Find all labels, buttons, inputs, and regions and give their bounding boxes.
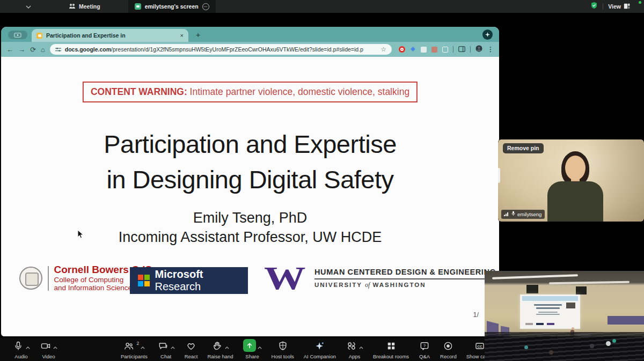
sparkle-icon bbox=[314, 340, 326, 352]
projection-screen bbox=[520, 294, 580, 329]
toolbar-item-video-label: Video bbox=[42, 353, 55, 359]
toolbar-item-share-label: Share bbox=[245, 353, 259, 359]
toolbar-item-breakout-rooms[interactable]: Breakout rooms bbox=[373, 340, 409, 359]
chevron-up-icon[interactable] bbox=[26, 342, 30, 351]
toolbar-item-host-tools[interactable]: Host tools bbox=[272, 340, 294, 359]
participant-name-tag: emilytseng bbox=[501, 210, 545, 219]
shared-browser-window: Participation and Expertise in × + ← → ⟳… bbox=[1, 27, 499, 336]
mouse-cursor bbox=[77, 230, 84, 241]
mic-icon bbox=[12, 340, 24, 352]
security-shield-icon[interactable] bbox=[590, 2, 598, 11]
apps-icon bbox=[346, 340, 357, 352]
chevron-up-icon[interactable] bbox=[225, 342, 229, 351]
browser-tab-title: Participation and Expertise in bbox=[46, 32, 177, 39]
url-text: docs.google.com/presentation/d/1gX2fN5sm… bbox=[65, 46, 377, 53]
toolbar-item-apps-label: Apps bbox=[349, 353, 361, 359]
browser-tab-strip: Participation and Expertise in × + bbox=[1, 27, 499, 42]
new-tab-button[interactable]: + bbox=[196, 31, 200, 39]
toolbar-item-react[interactable]: React bbox=[185, 340, 198, 359]
extension-doc-icon[interactable] bbox=[421, 47, 427, 53]
divider bbox=[470, 46, 471, 53]
mic-muted-icon bbox=[511, 211, 515, 217]
toolbar-item-host-tools-label: Host tools bbox=[272, 353, 294, 359]
content-warning-label: CONTENT WARNING: bbox=[91, 86, 187, 97]
logo-row: Cornell Bowers C·IS College of Computing… bbox=[1, 263, 499, 296]
toolbar-item-audio[interactable]: Audio bbox=[12, 340, 30, 359]
room-camera-video[interactable] bbox=[485, 271, 644, 361]
extension-rose-icon[interactable] bbox=[431, 47, 437, 53]
google-slides-favicon bbox=[36, 33, 42, 39]
pinned-video-emilytseng[interactable]: Remove pin emilytseng bbox=[498, 138, 644, 223]
toolbar-item-audio-label: Audio bbox=[14, 353, 27, 359]
grid-icon bbox=[385, 340, 397, 352]
toolbar-item-ai-companion[interactable]: AI Companion bbox=[304, 340, 336, 359]
divider bbox=[314, 278, 496, 279]
extensions-puzzle-icon[interactable] bbox=[442, 47, 448, 53]
question-bubble-icon: ? bbox=[419, 340, 430, 352]
toolbar-item-record-label: Record bbox=[440, 353, 457, 359]
chevron-up-icon[interactable] bbox=[53, 342, 57, 351]
browser-tab-active[interactable]: Participation and Expertise in × bbox=[32, 29, 188, 42]
chevron-down-icon[interactable] bbox=[26, 4, 31, 10]
shield-icon bbox=[277, 340, 289, 352]
extension-blue-icon[interactable] bbox=[410, 45, 416, 54]
uw-hcde-logo: W HUMAN CENTERED DESIGN & ENGINEERING UN… bbox=[264, 263, 496, 293]
camera-active-indicator bbox=[639, 1, 641, 4]
chevron-up-icon[interactable] bbox=[141, 342, 145, 351]
toolbar-item-participants[interactable]: 2 Participants bbox=[121, 340, 148, 359]
participants-icon bbox=[123, 340, 135, 352]
divider bbox=[48, 266, 49, 291]
toolbar-item-video[interactable]: Video bbox=[40, 340, 57, 359]
browser-menu-icon[interactable]: ⋮ bbox=[487, 46, 494, 53]
tab-overview-icon[interactable] bbox=[8, 31, 27, 39]
tab-search-button[interactable] bbox=[482, 30, 493, 40]
toolbar-item-chat-label: Chat bbox=[160, 353, 171, 359]
chevron-up-icon[interactable] bbox=[171, 342, 175, 351]
view-button[interactable]: View bbox=[608, 3, 630, 10]
slide-author: Emily Tseng, PhD Incoming Assistant Prof… bbox=[1, 208, 499, 247]
panel-drag-handle[interactable] bbox=[498, 168, 500, 183]
author-affiliation: Incoming Assistant Professor, UW HCDE bbox=[1, 227, 499, 247]
browser-toolbar: ← → ⟳ ⌂ docs.google.com/presentation/d/1… bbox=[1, 42, 499, 57]
microsoft-icon bbox=[138, 275, 150, 286]
toolbar-item-apps[interactable]: Apps bbox=[346, 340, 363, 359]
share-arrow-icon bbox=[243, 339, 256, 352]
extension-red-icon[interactable] bbox=[399, 46, 405, 53]
uw-dept-name: HUMAN CENTERED DESIGN & ENGINEERING bbox=[314, 268, 496, 276]
raised-hand-icon bbox=[211, 340, 223, 352]
toolbar-item-qa[interactable]: ? Q&A bbox=[419, 340, 430, 359]
home-icon[interactable]: ⌂ bbox=[41, 46, 45, 53]
content-warning-banner: CONTENT WARNING: Intimate partner violen… bbox=[83, 82, 418, 102]
bookmark-star-icon[interactable]: ☆ bbox=[380, 46, 386, 53]
meeting-top-bar: Meeting emilytseng's screen ... View bbox=[0, 0, 644, 13]
chevron-up-icon[interactable] bbox=[258, 342, 262, 351]
slide-title: Participation and Expertise in Designing… bbox=[1, 127, 499, 197]
toolbar-item-breakout-rooms-label: Breakout rooms bbox=[373, 353, 409, 359]
audience-seats bbox=[485, 336, 644, 361]
tab-meeting[interactable]: Meeting bbox=[69, 3, 100, 10]
back-icon[interactable]: ← bbox=[6, 46, 13, 53]
captions-icon: CC bbox=[474, 340, 486, 352]
toolbar-item-qa-label: Q&A bbox=[419, 353, 430, 359]
address-bar[interactable]: docs.google.com/presentation/d/1gX2fN5sm… bbox=[50, 44, 392, 55]
participant-name: emilytseng bbox=[517, 211, 541, 217]
toolbar-item-raise-hand-label: Raise hand bbox=[207, 353, 233, 359]
side-panel-icon[interactable] bbox=[458, 45, 465, 54]
site-info-icon[interactable] bbox=[55, 45, 61, 54]
chevron-up-icon[interactable] bbox=[359, 342, 363, 351]
toolbar-item-raise-hand[interactable]: Raise hand bbox=[207, 340, 233, 359]
more-options-icon[interactable]: ... bbox=[202, 3, 209, 10]
record-icon bbox=[442, 340, 454, 352]
toolbar-item-share[interactable]: Share bbox=[243, 340, 262, 359]
tab-screen-share[interactable]: emilytseng's screen ... bbox=[128, 0, 216, 13]
profile-avatar[interactable] bbox=[475, 45, 482, 54]
svg-text:CC: CC bbox=[478, 344, 483, 348]
tab-screen-share-label: emilytseng's screen bbox=[145, 3, 199, 10]
tab-close-icon[interactable]: × bbox=[180, 33, 184, 39]
toolbar-item-chat[interactable]: Chat bbox=[157, 340, 175, 359]
forward-icon[interactable]: → bbox=[18, 46, 25, 53]
remove-pin-button[interactable]: Remove pin bbox=[503, 143, 544, 153]
toolbar-item-record[interactable]: Record bbox=[440, 340, 457, 359]
reload-icon[interactable]: ⟳ bbox=[30, 46, 36, 53]
svg-text:?: ? bbox=[423, 343, 426, 348]
